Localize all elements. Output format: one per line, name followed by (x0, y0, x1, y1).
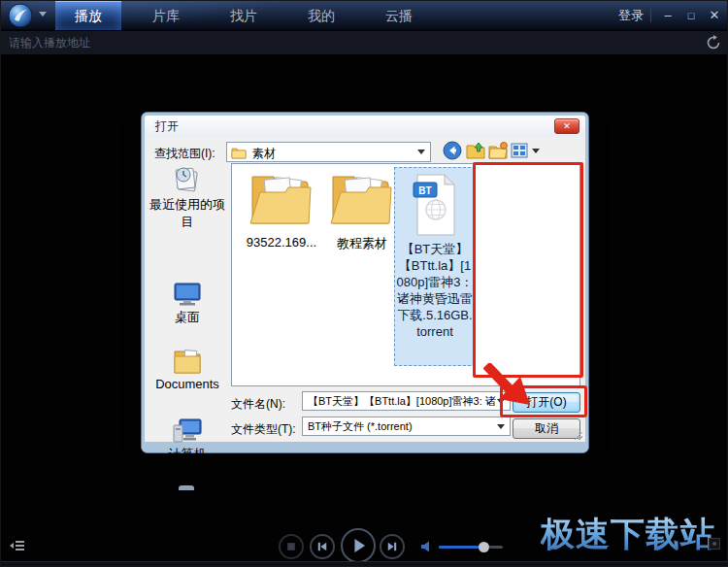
resize-grip[interactable] (574, 431, 582, 440)
bt-badge: BT (418, 185, 431, 196)
folder-name: 93522.169... (243, 235, 320, 250)
file-type-combobox[interactable]: BT种子文件 (*.torrent) (302, 417, 511, 436)
app-logo-icon[interactable] (8, 3, 33, 28)
tab-play[interactable]: 播放 (55, 1, 121, 30)
selected-torrent-file[interactable]: BT 【BT天堂】【BTtt.la】[1080p]雷神3：诸神黄昏迅雷下载.5.… (394, 167, 476, 366)
watermark: 极速下载站 (541, 512, 715, 557)
stop-icon (281, 536, 302, 557)
refresh-icon[interactable] (706, 35, 721, 50)
next-track-icon (381, 536, 403, 557)
volume-fill (439, 546, 483, 549)
recent-items-icon (171, 165, 204, 194)
playlist-toggle-icon[interactable] (10, 539, 25, 552)
chevron-down-icon (497, 424, 505, 429)
sidebar-item-recent[interactable]: 最近使用的项目 (146, 165, 229, 231)
file-name-label: 文件名(N): (231, 396, 285, 413)
play-icon (343, 530, 374, 561)
folder-name: 教程素材 (323, 235, 401, 252)
play-button[interactable] (341, 528, 376, 563)
next-button[interactable] (380, 534, 405, 559)
look-in-label: 查找范围(I): (154, 146, 215, 162)
sidebar-item-label: 最近使用的项目 (149, 197, 225, 229)
login-button[interactable]: 登录 (618, 1, 644, 30)
file-name-combobox[interactable]: 【BT天堂】【BTtt.la】[1080p]雷神3: 诸 (302, 391, 511, 411)
stop-button[interactable] (279, 534, 304, 559)
annotation-rect-file (473, 162, 583, 378)
up-folder-icon[interactable] (465, 140, 486, 161)
fullscreen-toggle-icon[interactable] (709, 538, 720, 550)
open-folder-icon (248, 169, 314, 229)
chevron-down-icon (532, 149, 540, 153)
address-bar (1, 31, 728, 55)
chevron-down-icon (497, 399, 505, 404)
documents-folder-icon (173, 348, 202, 375)
cancel-button[interactable]: 取消 (513, 418, 580, 439)
look-in-combobox[interactable]: 素材 (226, 142, 431, 162)
desktop-icon (172, 282, 203, 307)
dialog-places-sidebar: 最近使用的项目 桌面 Documents (146, 163, 229, 437)
close-button[interactable]: ✕ (704, 1, 725, 30)
open-button[interactable]: 打开(O) (513, 392, 580, 413)
sidebar-item-partial (179, 485, 194, 490)
minimize-button[interactable]: – (657, 1, 678, 30)
chevron-down-icon (417, 150, 425, 154)
dialog-title: 打开 (145, 116, 585, 137)
tab-library[interactable]: 片库 (137, 1, 195, 30)
computer-icon (172, 417, 203, 444)
player-window: 播放 片库 找片 我的 云播 登录 – □ ✕ 打开 ✕ 查找范围(I): 素材 (0, 0, 728, 567)
dialog-close-button[interactable]: ✕ (554, 118, 579, 134)
new-folder-icon[interactable] (487, 140, 509, 161)
sidebar-item-label: 桌面 (175, 310, 200, 324)
file-list[interactable]: 93522.169... 教程素材 (231, 163, 580, 386)
file-type-value: BT种子文件 (*.torrent) (308, 420, 413, 432)
maximize-button[interactable]: □ (680, 1, 702, 30)
tab-mine[interactable]: 我的 (292, 1, 350, 30)
open-folder-icon (329, 169, 395, 229)
volume-icon[interactable] (420, 540, 434, 553)
titlebar-separator (650, 9, 651, 22)
torrent-file-name: 【BT天堂】【BTtt.la】[1080p]雷神3：诸神黄昏迅雷下载.5.16G… (395, 241, 475, 340)
sidebar-item-desktop[interactable]: 桌面 (146, 282, 229, 326)
folder-item[interactable]: 93522.169... (243, 169, 320, 250)
folder-item[interactable]: 教程素材 (323, 169, 401, 252)
tab-find[interactable]: 找片 (215, 1, 273, 30)
sidebar-item-label: 计算机 (169, 447, 207, 461)
open-file-dialog: 打开 ✕ 查找范围(I): 素材 (142, 113, 588, 452)
play-address-input[interactable] (1, 31, 680, 54)
volume-slider[interactable] (439, 546, 503, 549)
folder-icon (231, 146, 247, 159)
grid-view-icon (510, 140, 529, 161)
file-name-value: 【BT天堂】【BTtt.la】[1080p]雷神3: 诸 (308, 395, 496, 407)
sidebar-item-documents[interactable]: Documents (146, 348, 229, 391)
view-menu-icon[interactable] (510, 140, 541, 161)
volume-handle[interactable] (479, 542, 489, 552)
torrent-file-icon: BT (410, 173, 460, 237)
previous-track-icon (312, 536, 333, 557)
previous-button[interactable] (310, 534, 335, 559)
sidebar-item-computer[interactable]: 计算机 (146, 417, 229, 463)
sidebar-item-label: Documents (155, 377, 219, 391)
back-icon[interactable] (442, 140, 463, 161)
look-in-value: 素材 (252, 146, 276, 162)
window-bottom-edge (1, 561, 728, 566)
file-type-label: 文件类型(T): (231, 421, 296, 438)
titlebar: 播放 片库 找片 我的 云播 登录 – □ ✕ (1, 1, 728, 30)
logo-menu-caret-icon[interactable] (39, 12, 47, 17)
tab-cloud-play[interactable]: 云播 (370, 1, 428, 30)
